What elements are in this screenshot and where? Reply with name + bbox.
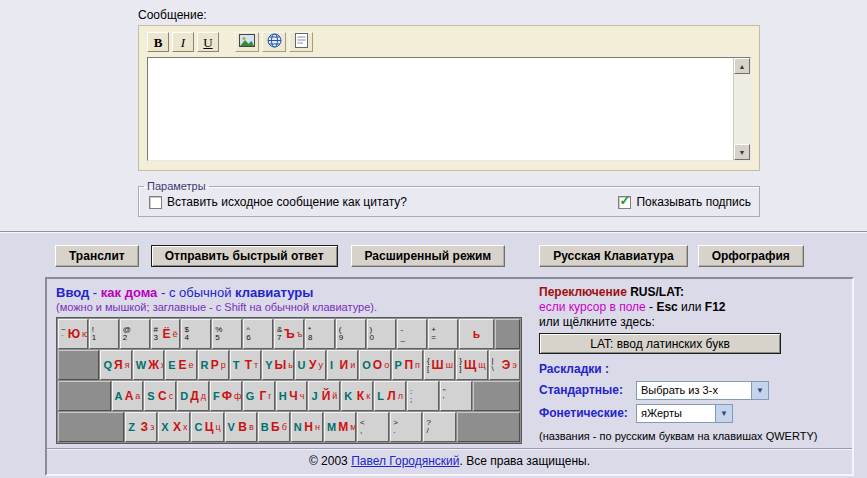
chevron-down-icon[interactable]: ▼ (751, 382, 768, 399)
show-signature-label: Показывать подпись (636, 195, 751, 209)
keyboard-key[interactable]: FФф (210, 381, 242, 411)
keyboard-row: AАаSСсDДдFФфGГгHЧчJЙйKКкLЛл:;"' (58, 381, 520, 411)
keyboard-key[interactable]: HЧч (276, 381, 308, 411)
extended-mode-button[interactable]: Расширенный режим (351, 245, 506, 267)
translit-button[interactable]: Транслит (55, 245, 139, 267)
keyboard-key[interactable]: @2 (120, 319, 150, 349)
keyboard-key[interactable]: KКк (341, 381, 373, 411)
keyboard-key[interactable]: UУу (295, 350, 326, 380)
keyboard-key[interactable]: -_ (397, 319, 427, 349)
keyboard-key[interactable]: += (428, 319, 458, 349)
show-signature-checkbox[interactable]: ✓ (618, 196, 631, 209)
keyboard-key[interactable]: (9 (336, 319, 366, 349)
keyboard-key[interactable]: YЫы (262, 350, 293, 380)
switch-hint-line3: или щёлкните здесь: (539, 315, 844, 330)
keyboard-key[interactable]: EЕе (165, 350, 196, 380)
keyboard-key[interactable]: LЛл (374, 381, 406, 411)
keyboard-key[interactable]: !1 (89, 319, 119, 349)
keyboard-key[interactable]: SСс (144, 381, 176, 411)
editor-toolbar: B I U (139, 26, 759, 57)
keyboard-key[interactable]: RРр (198, 350, 229, 380)
quote-original-option[interactable]: Вставить исходное сообщение как цитату? (149, 195, 407, 209)
insert-link-button[interactable] (262, 32, 286, 52)
spelling-button[interactable]: Орфография (698, 245, 804, 267)
keyboard-key[interactable]: }]Щщ (456, 350, 487, 380)
keyboard-key[interactable]: :; (407, 381, 439, 411)
keyboard-filler-key (58, 381, 111, 411)
textarea-scrollbar[interactable]: ▲ ▼ (733, 58, 750, 160)
chevron-down-icon[interactable]: ▼ (715, 405, 732, 422)
keyboard-key[interactable]: ~`Юю (58, 319, 88, 349)
scrollbar-track[interactable] (734, 74, 750, 144)
keyboard-key[interactable]: *8 (305, 319, 335, 349)
keyboard-title: Ввод - как дома - с обычной клавиатуры (56, 285, 526, 300)
keyboard-key[interactable]: |\Ээ (489, 350, 520, 380)
keyboard-key[interactable]: VВв (225, 412, 257, 442)
keyboard-filler-key (457, 412, 521, 442)
keyboard-row: QЯяWЖжEЕеRРрTТтYЫыUУуIИиOОоPПп{[Шш}]Щщ|\… (58, 350, 520, 380)
keyboard-key[interactable]: BБб (258, 412, 290, 442)
phonetic-layout-row: Фонетические: яЖерты ▼ (539, 404, 844, 423)
message-label: Сообщение: (138, 8, 867, 22)
keyboard-key[interactable]: AАа (112, 381, 144, 411)
keyboard-key[interactable]: TТт (230, 350, 261, 380)
keyboard-key[interactable]: QЯя (100, 350, 131, 380)
keyboard-key[interactable]: ZЗз (125, 412, 157, 442)
underline-button[interactable]: U (197, 32, 219, 52)
phonetic-layout-select[interactable]: яЖерты ▼ (636, 404, 733, 423)
keyboard-key[interactable]: $4 (181, 319, 211, 349)
italic-button[interactable]: I (172, 32, 194, 52)
keyboard-key[interactable]: {[Шш (424, 350, 455, 380)
scroll-down-button[interactable]: ▼ (734, 144, 750, 160)
keyboard-key[interactable]: ?/ (423, 412, 455, 442)
layouts-note: (названия - по русским буквам на клавиша… (539, 429, 844, 444)
keyboard-key[interactable]: <, (357, 412, 389, 442)
insert-image-button[interactable] (235, 32, 259, 52)
lat-toggle-button[interactable]: LAT: ввод латинских букв (539, 333, 781, 354)
keyboard-key[interactable]: WЖж (133, 350, 164, 380)
quote-page-icon (295, 33, 308, 51)
keyboard-key[interactable]: "' (440, 381, 472, 411)
russian-keyboard-button[interactable]: Русская Клавиатура (539, 245, 688, 267)
keyboard-panel: Ввод - как дома - с обычной клавиатуры (… (45, 277, 854, 476)
keyboard-key[interactable]: JЙй (308, 381, 340, 411)
send-quick-reply-button[interactable]: Отправить быстрый ответ (151, 245, 338, 267)
keyboard-tool-section: Транслит Отправить быстрый ответ Расшире… (0, 231, 867, 478)
standard-layout-select[interactable]: Выбрать из 3-х ▼ (636, 381, 769, 400)
author-link[interactable]: Павел Городянский (351, 454, 459, 468)
show-signature-option[interactable]: ✓ Показывать подпись (618, 195, 751, 209)
keyboard-key[interactable]: &7Ъъ (274, 319, 304, 349)
keyboard-key[interactable]: XХх (158, 412, 190, 442)
keyboard-key[interactable]: OОо (359, 350, 390, 380)
keyboard-key[interactable]: NНн (291, 412, 323, 442)
copyright-footer: © 2003 Павел Городянский. Все права защи… (47, 448, 852, 474)
keyboard-key[interactable]: DДд (177, 381, 209, 411)
standard-layout-row: Стандартные: Выбрать из 3-х ▼ (539, 381, 844, 400)
quick-reply-page: Сообщение: B I U (0, 0, 867, 478)
virtual-keyboard[interactable]: ~`Юю!1@2#3Ёё$4%5^6&7Ъъ*8(9)0-_+=ьQЯяWЖжE… (56, 317, 522, 444)
keyboard-key[interactable]: )0 (367, 319, 397, 349)
keyboard-key[interactable]: ^6 (243, 319, 273, 349)
keyboard-key[interactable]: MМм (324, 412, 356, 442)
keyboard-key[interactable]: ь (459, 319, 494, 349)
keyboard-key[interactable]: >. (390, 412, 422, 442)
params-row: Вставить исходное сообщение как цитату? … (139, 193, 759, 216)
keyboard-key[interactable]: CЦц (191, 412, 223, 442)
keyboard-key[interactable]: PПп (392, 350, 423, 380)
message-textarea[interactable] (148, 58, 733, 160)
quote-original-label: Вставить исходное сообщение как цитату? (167, 195, 407, 209)
keyboard-filler-key (495, 319, 520, 349)
keyboard-key[interactable]: GГг (243, 381, 275, 411)
keyboard-key[interactable]: #3Ёё (151, 319, 181, 349)
quote-button[interactable] (289, 32, 313, 52)
quote-original-checkbox[interactable] (149, 196, 162, 209)
phonetic-layout-value: яЖерты (637, 406, 715, 421)
bold-button[interactable]: B (147, 32, 169, 52)
scroll-up-button[interactable]: ▲ (734, 58, 750, 74)
layouts-title: Раскладки : (539, 362, 844, 377)
params-fieldset: Параметры Вставить исходное сообщение ка… (138, 180, 760, 217)
keyboard-key[interactable]: %5 (212, 319, 242, 349)
arrow-down-icon: ▼ (739, 149, 746, 156)
keyboard-key[interactable]: IИи (327, 350, 358, 380)
keyboard-filler-key (58, 412, 124, 442)
